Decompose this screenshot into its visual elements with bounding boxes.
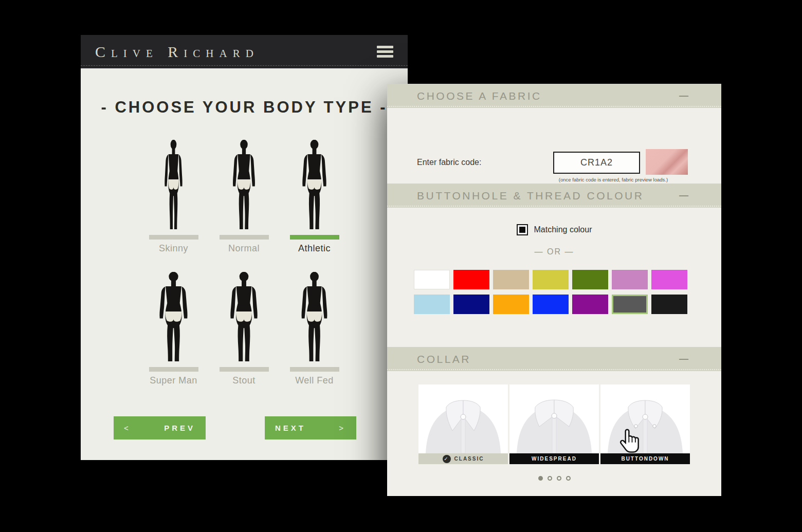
or-divider: — OR — [387, 247, 721, 256]
colour-row-1 [414, 270, 687, 289]
pagination-dot-4[interactable] [566, 476, 571, 481]
colour-swatch-olive[interactable] [572, 270, 608, 289]
check-icon: ✓ [443, 455, 451, 463]
collapse-icon[interactable]: — [679, 90, 688, 101]
body-type-label: Skinny [138, 243, 209, 254]
body-type-option-normal[interactable]: Normal [209, 139, 279, 254]
fabric-code-label: Enter fabric code: [417, 158, 481, 167]
body-type-label: Athletic [279, 243, 350, 254]
collar-label: BUTTONDOWN [621, 456, 669, 462]
athletic-silhouette [279, 139, 350, 233]
colour-swatch-black[interactable] [651, 295, 687, 314]
thread-colour-grid [414, 270, 687, 319]
collapse-icon[interactable]: — [679, 190, 688, 201]
body-type-label: Stout [209, 375, 279, 386]
selection-bar [290, 367, 339, 372]
next-arrow-icon: > [339, 424, 346, 432]
colour-swatch-grey-selected[interactable] [612, 295, 648, 314]
body-type-label: Normal [209, 243, 279, 254]
colour-swatch-chartreuse[interactable] [533, 270, 569, 289]
colour-row-2 [414, 295, 687, 314]
collapse-icon[interactable]: — [679, 354, 688, 364]
colour-swatch-tan[interactable] [493, 270, 529, 289]
selection-bar [149, 235, 198, 240]
section-header-fabric[interactable]: CHOOSE A FABRIC — [387, 84, 721, 108]
colour-swatch-lightblue[interactable] [414, 295, 450, 314]
prev-button[interactable]: < PREV [114, 416, 206, 439]
section-header-buttonhole[interactable]: BUTTONHOLE & THREAD COLOUR — [387, 184, 721, 208]
collar-tag-buttondown: BUTTONDOWN [600, 453, 690, 464]
collar-carousel: ✓ CLASSIC [387, 384, 721, 464]
body-type-label: Super Man [138, 375, 209, 386]
colour-swatch-orange[interactable] [493, 295, 529, 314]
prev-label: PREV [164, 424, 195, 432]
selection-bar [149, 367, 198, 372]
buttondown-collar-image [600, 384, 690, 453]
body-type-option-stout[interactable]: Stout [209, 271, 279, 386]
colour-swatch-red[interactable] [453, 270, 489, 289]
pagination-dot-1-active[interactable] [538, 476, 543, 481]
colour-swatch-purple[interactable] [572, 295, 608, 314]
selection-bar-active [290, 235, 339, 240]
menu-icon[interactable] [377, 46, 393, 58]
body-type-option-athletic[interactable]: Athletic [279, 139, 350, 254]
normal-silhouette [209, 139, 279, 233]
collar-option-classic[interactable]: ✓ CLASSIC [418, 384, 508, 464]
collar-label: CLASSIC [454, 456, 484, 462]
classic-collar-image [418, 384, 508, 453]
skinny-silhouette [138, 139, 209, 233]
body-type-option-super-man[interactable]: Super Man [138, 271, 209, 386]
prev-arrow-icon: < [124, 424, 131, 432]
colour-swatch-magenta[interactable] [651, 270, 687, 289]
fabric-code-input[interactable] [553, 152, 640, 174]
matching-colour-checkbox[interactable] [517, 224, 528, 235]
matching-colour-label: Matching colour [534, 225, 592, 234]
collar-section-title: COLLAR [417, 353, 471, 365]
collar-section: ✓ CLASSIC [387, 371, 721, 496]
brand-logo: Clive Richard [95, 43, 259, 61]
body-type-option-well-fed[interactable]: Well Fed [279, 271, 350, 386]
body-type-option-skinny[interactable]: Skinny [138, 139, 209, 254]
colour-swatch-navy[interactable] [453, 295, 489, 314]
collar-tag-widespread: WIDESPREAD [509, 453, 599, 464]
collar-label: WIDESPREAD [532, 456, 577, 462]
collar-option-widespread[interactable]: WIDESPREAD [509, 384, 599, 464]
next-label: NEXT [275, 424, 306, 432]
well-fed-silhouette [279, 271, 350, 365]
colour-swatch-blue[interactable] [533, 295, 569, 314]
stage: Clive Richard - CHOOSE YOUR BODY TYPE - … [0, 0, 802, 532]
page-title: - CHOOSE YOUR BODY TYPE - [81, 68, 408, 117]
carousel-pagination [387, 476, 721, 481]
customizer-panel: CHOOSE A FABRIC — Enter fabric code: (on… [387, 84, 721, 496]
collar-tag-classic: ✓ CLASSIC [418, 453, 508, 464]
body-type-grid: Skinny Normal Athletic [138, 139, 350, 386]
body-type-label: Well Fed [279, 375, 350, 386]
matching-colour-row: Matching colour [387, 224, 721, 235]
fabric-hint-text: (once fabric code is entered, fabric pre… [539, 177, 688, 182]
buttonhole-section: Matching colour — OR — [387, 208, 721, 347]
body-type-panel: Clive Richard - CHOOSE YOUR BODY TYPE - … [81, 35, 408, 460]
section-header-collar[interactable]: COLLAR — [387, 347, 721, 371]
selection-bar [220, 235, 269, 240]
widespread-collar-image [509, 384, 599, 453]
top-nav-bar: Clive Richard [81, 35, 408, 68]
fabric-section: Enter fabric code: (once fabric code is … [387, 108, 721, 184]
colour-swatch-orchid[interactable] [612, 270, 648, 289]
pagination-dot-3[interactable] [557, 476, 561, 481]
collar-option-buttondown[interactable]: BUTTONDOWN [600, 384, 690, 464]
stout-silhouette [209, 271, 279, 365]
checkbox-checked-mark [519, 227, 525, 233]
pagination-dot-2[interactable] [548, 476, 552, 481]
selection-bar [220, 367, 269, 372]
next-button[interactable]: NEXT > [265, 416, 356, 439]
colour-swatch-white[interactable] [414, 270, 450, 289]
buttonhole-section-title: BUTTONHOLE & THREAD COLOUR [417, 190, 644, 202]
fabric-preview-swatch [646, 149, 688, 175]
super-man-silhouette [138, 271, 209, 365]
fabric-section-title: CHOOSE A FABRIC [417, 90, 542, 102]
